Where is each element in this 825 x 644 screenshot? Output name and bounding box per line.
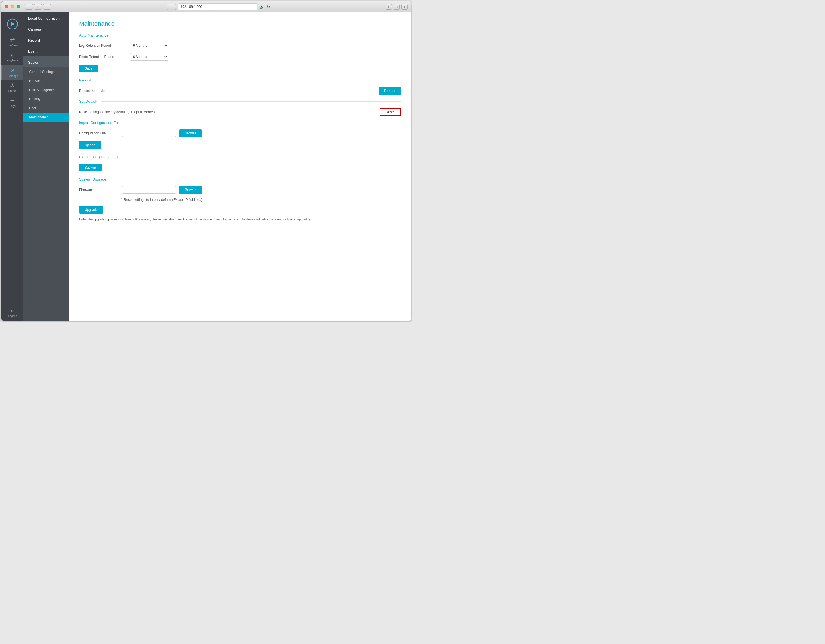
photo-retention-select[interactable]: 1 Month 3 Months 6 Months 1 Year xyxy=(130,53,168,60)
title-bar: ‹ › □ ··· 192.168.1.200 🔊 ↻ ⇧ ▢ + xyxy=(2,2,411,12)
export-config-section-header: Export Configuration File xyxy=(79,155,401,159)
export-config-title: Export Configuration File xyxy=(79,155,119,159)
more-button[interactable]: ··· xyxy=(167,4,176,10)
share-button[interactable]: ⇧ xyxy=(386,4,392,9)
reset-on-upgrade-checkbox[interactable] xyxy=(119,198,122,202)
app-body: ⇄ Live View ⏯ Playback ✕ Settings ⁂ Stat… xyxy=(2,12,411,320)
status-icon: ⁂ xyxy=(10,83,15,88)
menu-camera[interactable]: Camera xyxy=(23,23,69,34)
config-file-label: Configuration File xyxy=(79,131,119,135)
menu-maintenance[interactable]: Maintenance xyxy=(23,112,69,122)
main-content: Maintenance Auto Maintenance Log Retenti… xyxy=(69,12,411,320)
config-file-row: Configuration File Browse xyxy=(79,129,401,137)
menu-system[interactable]: System xyxy=(23,56,69,67)
photo-retention-select-wrapper: 1 Month 3 Months 6 Months 1 Year xyxy=(130,53,168,60)
toolbar-right: ⇧ ▢ + xyxy=(386,4,408,9)
system-upgrade-section-header: System Upgrade xyxy=(79,177,401,181)
close-button[interactable] xyxy=(5,5,8,8)
export-config-divider xyxy=(123,157,401,157)
set-default-divider xyxy=(100,101,401,102)
live-view-icon: ⇄ xyxy=(10,37,15,43)
menu-user[interactable]: User xyxy=(23,103,69,112)
settings-icon: ✕ xyxy=(11,68,15,73)
reboot-divider xyxy=(94,80,401,80)
photo-retention-row: Photo Retention Period 1 Month 3 Months … xyxy=(79,53,401,60)
set-default-title: Set Default xyxy=(79,99,97,103)
sidebar-item-status[interactable]: ⁂ Status xyxy=(2,80,23,96)
save-button[interactable]: Save xyxy=(79,65,98,72)
url-text: 192.168.1.200 xyxy=(181,5,202,9)
logout-label: Logout xyxy=(8,315,17,318)
page-title: Maintenance xyxy=(79,20,401,28)
minimize-button[interactable] xyxy=(11,5,14,8)
menu-general-settings[interactable]: General Settings xyxy=(23,67,69,76)
log-retention-select[interactable]: 1 Month 3 Months 6 Months 1 Year xyxy=(130,42,168,49)
sidebar-item-logout[interactable]: ↩ Logout xyxy=(2,306,23,320)
logs-label: Logs xyxy=(9,105,15,108)
set-default-section-header: Set Default xyxy=(79,99,401,103)
nav-buttons: ‹ › xyxy=(25,4,42,9)
refresh-icon[interactable]: ↻ xyxy=(267,5,270,9)
reboot-label: Reboot the device xyxy=(79,89,107,93)
address-bar-area: ··· 192.168.1.200 🔊 ↻ xyxy=(51,3,386,10)
reboot-button[interactable]: Reboot xyxy=(379,87,401,95)
status-label: Status xyxy=(8,89,16,92)
browse-config-button[interactable]: Browse xyxy=(179,129,202,137)
menu-local-config[interactable]: Local Configuration xyxy=(23,12,69,23)
upload-button[interactable]: Upload xyxy=(79,141,101,149)
menu-holiday[interactable]: Holiday xyxy=(23,94,69,103)
reboot-section-header: Reboot xyxy=(79,78,401,82)
back-button[interactable]: ‹ xyxy=(25,4,33,9)
menu-network[interactable]: Network xyxy=(23,76,69,85)
traffic-lights xyxy=(5,5,20,8)
photo-retention-label: Photo Retention Period xyxy=(79,55,130,59)
forward-button[interactable]: › xyxy=(34,4,42,9)
maximize-button[interactable] xyxy=(17,5,20,8)
playback-icon: ⏯ xyxy=(10,52,15,58)
sidebar-item-live-view[interactable]: ⇄ Live View xyxy=(2,34,23,50)
reset-on-upgrade-row: Reset settings to factory default (Excep… xyxy=(119,198,401,202)
import-config-title: Import Configuration File xyxy=(79,120,119,125)
auto-maintenance-title: Auto Maintenance xyxy=(79,33,109,37)
menu-event[interactable]: Event xyxy=(23,45,69,56)
logout-icon: ↩ xyxy=(11,308,15,314)
settings-label: Settings xyxy=(8,74,18,77)
live-view-label: Live View xyxy=(6,44,19,47)
menu-disk-management[interactable]: Disk Management xyxy=(23,85,69,94)
sidebar-item-logs[interactable]: ☰ Logs xyxy=(2,96,23,110)
sidebar-item-playback[interactable]: ⏯ Playback xyxy=(2,50,23,65)
reset-button[interactable]: Reset xyxy=(380,108,401,116)
firmware-input[interactable] xyxy=(122,186,176,194)
volume-icon: 🔊 xyxy=(260,5,264,9)
address-bar[interactable]: 192.168.1.200 xyxy=(178,3,257,10)
logo-area xyxy=(5,15,20,34)
system-upgrade-title: System Upgrade xyxy=(79,177,107,181)
firmware-label: Firmware xyxy=(79,188,119,192)
log-retention-select-wrapper: 1 Month 3 Months 6 Months 1 Year xyxy=(130,42,168,49)
config-file-input[interactable] xyxy=(122,129,176,137)
reset-on-upgrade-label: Reset settings to factory default (Excep… xyxy=(124,198,202,202)
reset-row: Reset settings to factory default (Excep… xyxy=(79,108,401,116)
upgrade-note: Note: The upgrading process will take 5-… xyxy=(79,217,401,222)
window-toggle-button[interactable]: □ xyxy=(43,4,51,9)
reader-button[interactable]: ▢ xyxy=(394,4,400,9)
icon-nav: ⇄ Live View ⏯ Playback ✕ Settings ⁂ Stat… xyxy=(2,12,23,320)
reboot-title: Reboot xyxy=(79,78,91,82)
logo-icon xyxy=(7,18,18,30)
reboot-row: Reboot the device Reboot xyxy=(79,87,401,95)
auto-maintenance-section-header: Auto Maintenance xyxy=(79,33,401,37)
firmware-row: Firmware Browse xyxy=(79,186,401,194)
add-tab-button[interactable]: + xyxy=(402,4,408,9)
system-upgrade-divider xyxy=(110,179,401,179)
sidebar-item-settings[interactable]: ✕ Settings xyxy=(2,65,23,80)
playback-label: Playback xyxy=(7,59,19,62)
backup-button[interactable]: Backup xyxy=(79,163,102,171)
upgrade-button[interactable]: Upgrade xyxy=(79,206,104,214)
logs-icon: ☰ xyxy=(10,98,15,103)
log-retention-label: Log Retention Period xyxy=(79,43,130,48)
menu-record[interactable]: Record xyxy=(23,34,69,45)
auto-maintenance-divider xyxy=(112,35,401,35)
browse-firmware-button[interactable]: Browse xyxy=(179,186,202,194)
import-config-section-header: Import Configuration File xyxy=(79,120,401,125)
menu-sidebar: Local Configuration Camera Record Event … xyxy=(23,12,69,320)
